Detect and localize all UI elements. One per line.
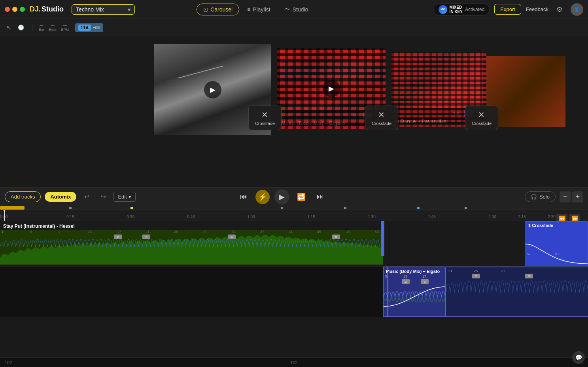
top-nav: DJ.Studio Techno Mix ▾ ⊡ Carousel ≡ Play…: [0, 0, 588, 19]
mixed-in-key-text: MIXEDIN KEY: [450, 5, 463, 14]
zoom-out-button[interactable]: −: [560, 191, 571, 202]
feedback-button[interactable]: Feedback: [526, 6, 548, 12]
carousel-card-4[interactable]: 136 8A arson Sound: [486, 56, 565, 127]
crossfade-1[interactable]: ✕ Crossfade: [248, 106, 282, 130]
beat-49: 49: [346, 230, 350, 234]
card-image-3: [392, 53, 483, 108]
crossfade-3[interactable]: ✕ Crossfade: [465, 106, 498, 130]
toolbar: ↖ 🕐 — Bar — Beat — BPM 11A Film: [0, 19, 588, 36]
card-image-2: ▶: [277, 49, 382, 110]
cue-4: 4: [228, 235, 236, 239]
cue-2: 2: [114, 235, 122, 239]
maximize-button[interactable]: [20, 7, 25, 12]
track-2-ext-svg: [446, 267, 588, 318]
bar-label-group: — Bar: [39, 23, 44, 32]
crossfade-close-icon-1[interactable]: ✕: [261, 110, 268, 119]
timeline-skip-forward[interactable]: ⏩: [569, 214, 580, 221]
redo-button[interactable]: ↪: [97, 191, 110, 203]
track-2: Music (Body Mix) – Elgato 9 13 17 2 3: [0, 267, 588, 318]
key-sub: Film: [93, 25, 100, 30]
beat-9: 9: [59, 230, 61, 234]
crossfade-close-icon-2[interactable]: ✕: [378, 110, 385, 119]
bottom-info-bar: 102 102 121 💬: [0, 358, 588, 367]
undo-button[interactable]: ↩: [80, 191, 93, 203]
time-1: 0:15: [66, 215, 74, 219]
time-7: 1:45: [428, 215, 435, 219]
nav-playlist-button[interactable]: ≡ Playlist: [241, 4, 277, 15]
cursor-icon[interactable]: ↖: [5, 22, 13, 33]
zoom-in-button[interactable]: +: [572, 191, 583, 202]
time-3: 0:45: [187, 215, 195, 219]
crossfade-label-3: Crossfade: [472, 121, 492, 126]
beat-1: 1: [2, 230, 4, 234]
chat-icon: 💬: [575, 354, 582, 361]
beat-33: 33: [232, 230, 236, 234]
skip-back-button[interactable]: ⏮: [236, 190, 251, 204]
play-button-1[interactable]: ▶: [204, 81, 221, 98]
beat-5: 5: [30, 230, 32, 234]
edit-button[interactable]: Edit ▾: [113, 192, 135, 202]
track-2-label: Music (Body Mix) – Elgato: [386, 269, 440, 274]
crossfade-block-title: 1 Crossfade: [525, 221, 588, 229]
edit-chevron-icon: ▾: [129, 194, 131, 200]
avatar-button[interactable]: 👤: [571, 3, 583, 16]
track-1: Stay Put (Instrumental) - Hessel: [0, 221, 588, 267]
bottom-section: Add tracks Automix ↩ ↪ Edit ▾ ⏮ ⚡ ▶ 🔁 ⏭ …: [0, 187, 588, 367]
play-button[interactable]: ▶: [274, 189, 289, 204]
key-badge: 11A: [78, 25, 91, 31]
time-6: 1:30: [368, 215, 375, 219]
mix-button[interactable]: ⚡: [255, 190, 270, 204]
track-2-waveform-svg: [384, 285, 445, 308]
loop-button[interactable]: 🔁: [294, 190, 308, 204]
position-bar: [0, 206, 588, 210]
automix-button[interactable]: Automix: [45, 192, 76, 202]
carousel-label: Carousel: [210, 6, 233, 13]
cue-3: 3: [142, 235, 150, 239]
crossfade-2[interactable]: ✕ Crossfade: [365, 106, 398, 130]
minimize-button[interactable]: [12, 7, 17, 12]
t2-cue-3: 3: [421, 279, 429, 284]
t2-beat-13: 13: [403, 274, 407, 278]
crossfade-close-icon-3[interactable]: ✕: [478, 110, 485, 119]
beat-17: 17: [117, 230, 121, 234]
pos-dot-3: [344, 207, 346, 209]
playlist-label: Playlist: [253, 6, 270, 13]
t2-ext-beat-21: 21: [448, 269, 452, 273]
playhead: [4, 210, 5, 221]
track-2-waveform-block: Music (Body Mix) – Elgato 9 13 17 2 3: [383, 267, 446, 317]
nav-studio-button[interactable]: 〜 Studio: [278, 4, 315, 15]
track-1-waveform: 1 5 9 13 17 21 25 29 33 37 41 45 49 53: [0, 230, 383, 265]
tool-group-left: ↖ 🕐: [5, 22, 26, 33]
nav-right: MK MIXEDIN KEY Activated Export Feedback…: [433, 3, 583, 16]
clock-icon[interactable]: 🕐: [16, 23, 26, 32]
chat-button[interactable]: 💬: [572, 351, 585, 364]
beat-label-group: — Beat: [49, 23, 57, 32]
card-image-4: [487, 57, 565, 108]
studio-icon: 〜: [285, 6, 290, 13]
position-indicator: [0, 206, 25, 210]
cue-markers: 2 3 4 5: [0, 235, 383, 239]
beat-37: 37: [260, 230, 264, 234]
beat-label: Beat: [49, 28, 57, 32]
export-button[interactable]: Export: [494, 4, 521, 15]
skip-forward-button[interactable]: ⏭: [313, 190, 327, 204]
nav-carousel-button[interactable]: ⊡ Carousel: [197, 4, 239, 15]
time-5: 1:15: [307, 215, 315, 219]
timeline-skip-back[interactable]: ⏪: [556, 214, 567, 221]
bottom-left-number: 102: [5, 360, 12, 365]
solo-button[interactable]: 🎧 Solo: [525, 191, 556, 202]
play-button-2[interactable]: ▶: [323, 80, 340, 97]
crossfade-label-2: Crossfade: [372, 121, 391, 126]
settings-button[interactable]: ⚙: [553, 3, 566, 16]
time-2: 0:30: [127, 215, 134, 219]
beat-45: 45: [317, 230, 321, 234]
t2-ext-beat-25: 25: [474, 269, 478, 273]
crossfade-left-handle[interactable]: [381, 221, 384, 256]
bar-label: Bar: [39, 28, 44, 32]
project-selector[interactable]: Techno Mix ▾: [72, 4, 135, 15]
add-tracks-button[interactable]: Add tracks: [5, 191, 41, 202]
t2-ext-beat-29: 29: [501, 269, 505, 273]
logo-studio: Studio: [42, 5, 64, 13]
t2-cue-markers: 2 3: [384, 279, 445, 284]
close-button[interactable]: [5, 7, 10, 12]
